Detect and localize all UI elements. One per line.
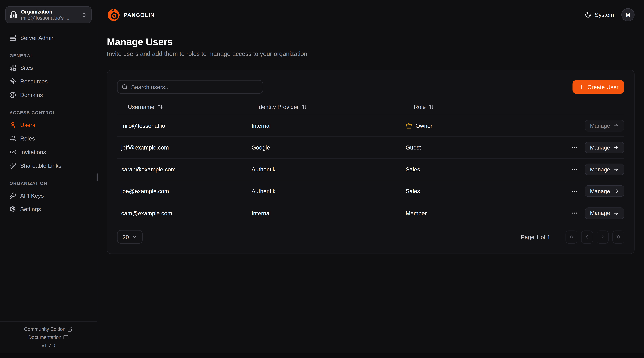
sidebar-item-label: Domains	[20, 92, 43, 98]
chevrons-left-icon	[568, 234, 574, 240]
moon-icon	[585, 12, 592, 18]
sidebar-section-label-access-control: ACCESS CONTROL	[10, 110, 88, 115]
api-keys-icon	[10, 192, 16, 199]
pangolin-logo-icon	[107, 8, 120, 22]
arrow-right-icon	[613, 123, 619, 129]
cell-username: milo@fossorial.io	[117, 122, 252, 129]
sidebar-item-domains[interactable]: Domains	[5, 88, 92, 102]
sort-icon	[302, 104, 308, 110]
row-menu-button[interactable]	[570, 143, 578, 152]
previous-page-button[interactable]	[581, 230, 593, 244]
cell-identity-provider: Internal	[252, 122, 406, 129]
chevron-right-icon	[600, 234, 606, 240]
manage-button[interactable]: Manage	[585, 185, 624, 197]
row-menu-button[interactable]	[570, 208, 578, 218]
table-row: milo@fossorial.ioInternalOwnerManage	[117, 115, 624, 137]
avatar-initial: M	[626, 12, 630, 18]
sidebar-footer: Community Edition Documentation v1.7.0	[0, 321, 97, 353]
cell-identity-provider: Authentik	[252, 188, 406, 194]
sidebar-item-api-keys[interactable]: API Keys	[5, 189, 92, 202]
page-subtitle: Invite users and add them to roles to ma…	[107, 50, 634, 57]
table-row: jeff@example.comGoogleGuestManage	[117, 137, 624, 159]
manage-button[interactable]: Manage	[585, 120, 624, 132]
cell-username: cam@example.com	[117, 210, 252, 216]
documentation-link[interactable]: Documentation	[28, 334, 69, 340]
search-input[interactable]	[131, 84, 258, 90]
column-header-identity-provider[interactable]: Identity Provider	[252, 103, 406, 110]
cell-identity-provider: Google	[252, 144, 406, 151]
sidebar-item-shareable-links[interactable]: Shareable Links	[5, 159, 92, 172]
cell-role: Guest	[406, 144, 562, 151]
sidebar: Organization milo@fossorial.io's ... Ser…	[0, 0, 97, 353]
sites-icon	[10, 64, 16, 71]
sidebar-item-label: Roles	[20, 135, 35, 142]
sort-icon	[157, 104, 163, 110]
cell-role: Owner	[406, 122, 562, 129]
chevron-down-icon	[132, 234, 137, 240]
ellipsis-icon	[570, 210, 578, 216]
external-link-icon	[68, 326, 73, 332]
org-selector[interactable]: Organization milo@fossorial.io's ...	[5, 6, 92, 24]
sidebar-item-settings[interactable]: Settings	[5, 202, 92, 216]
theme-toggle-button[interactable]: System	[585, 12, 614, 18]
first-page-button[interactable]	[566, 230, 578, 244]
row-menu-button[interactable]	[570, 186, 578, 196]
arrow-right-icon	[613, 210, 619, 216]
sidebar-resize-handle[interactable]	[96, 174, 98, 181]
main-area: PANGOLIN System M Manage Users Invite us…	[97, 0, 644, 353]
sidebar-item-label: Server Admin	[20, 34, 54, 41]
cell-identity-provider: Internal	[252, 210, 406, 216]
cell-username: jeff@example.com	[117, 144, 252, 151]
sidebar-item-sites[interactable]: Sites	[5, 61, 92, 74]
sidebar-item-resources[interactable]: Resources	[5, 74, 92, 88]
version-label: v1.7.0	[42, 343, 55, 348]
ellipsis-icon	[570, 166, 578, 173]
sidebar-item-label: Sites	[20, 64, 33, 71]
sidebar-section-label-general: GENERAL	[10, 53, 88, 58]
cell-role: Member	[406, 210, 562, 216]
sidebar-item-invitations[interactable]: Invitations	[5, 145, 92, 158]
book-open-icon	[64, 335, 69, 340]
shareable-links-icon	[10, 162, 16, 169]
sidebar-nav: Server Admin GENERALSitesResourcesDomain…	[0, 24, 97, 216]
org-selector-label: Organization	[21, 8, 77, 15]
pagination: Page 1 of 1	[521, 230, 624, 244]
sidebar-item-roles[interactable]: Roles	[5, 132, 92, 145]
sidebar-section-label-organization: ORGANIZATION	[10, 181, 88, 186]
sidebar-item-label: API Keys	[20, 192, 44, 199]
manage-button[interactable]: Manage	[585, 207, 624, 219]
ellipsis-icon	[570, 144, 578, 151]
theme-label: System	[595, 12, 614, 18]
page-title: Manage Users	[107, 36, 634, 48]
next-page-button[interactable]	[597, 230, 609, 244]
sidebar-item-users[interactable]: Users	[5, 118, 92, 132]
sort-icon	[428, 104, 434, 110]
users-table: UsernameIdentity ProviderRole milo@fosso…	[117, 99, 624, 224]
manage-button[interactable]: Manage	[585, 142, 624, 153]
arrow-right-icon	[613, 144, 619, 150]
cell-username: sarah@example.com	[117, 166, 252, 172]
last-page-button[interactable]	[612, 230, 624, 244]
chevron-left-icon	[584, 234, 590, 240]
org-selector-value: milo@fossorial.io's ...	[21, 15, 77, 21]
sidebar-item-server-admin[interactable]: Server Admin	[5, 31, 92, 44]
cell-identity-provider: Authentik	[252, 166, 406, 172]
page-head: Manage Users Invite users and add them t…	[107, 36, 634, 57]
create-user-button[interactable]: Create User	[572, 80, 624, 94]
row-menu-button[interactable]	[570, 165, 578, 174]
user-avatar[interactable]: M	[622, 8, 634, 22]
table-row: sarah@example.comAuthentikSalesManage	[117, 159, 624, 180]
users-table-card: Create User UsernameIdentity ProviderRol…	[107, 70, 634, 254]
community-edition-link[interactable]: Community Edition	[24, 326, 73, 332]
table-header-row: UsernameIdentity ProviderRole	[117, 99, 624, 115]
column-header-username[interactable]: Username	[117, 103, 252, 110]
page-size-select[interactable]: 20	[117, 230, 142, 244]
column-header-role[interactable]: Role	[406, 103, 562, 110]
search-box	[117, 80, 263, 94]
manage-button[interactable]: Manage	[585, 164, 624, 175]
ellipsis-icon	[570, 188, 578, 194]
table-row: joe@example.comAuthentikSalesManage	[117, 180, 624, 202]
arrow-right-icon	[613, 166, 619, 172]
crown-icon	[406, 122, 412, 129]
resources-icon	[10, 78, 16, 84]
